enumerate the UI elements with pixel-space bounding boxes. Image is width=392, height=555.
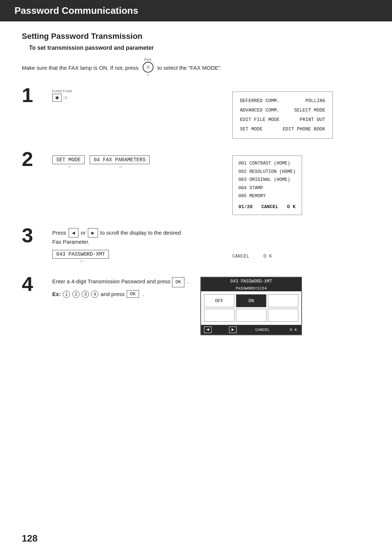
- panel-row-1-col2: POLLING: [305, 96, 325, 106]
- left-arrow-btn[interactable]: ◄: [69, 228, 79, 238]
- fax-button-icon: FAX ⓟ ☞: [143, 58, 154, 78]
- function-label: FUNCTION: [52, 89, 72, 93]
- step-3-text-2: or: [81, 230, 87, 236]
- panel-page: 01/20: [238, 203, 253, 211]
- page-title: Password Communications: [15, 5, 138, 16]
- step-2-right: 001 CONTRAST (HOME) 002 RESOLUTION (HOME…: [232, 152, 370, 215]
- intro-text-2: to select the "FAX MODE".: [158, 65, 222, 71]
- fax-circle-icon: ⓟ: [143, 62, 154, 73]
- ex-ok-btn[interactable]: OK: [127, 290, 139, 298]
- right-arrow-btn[interactable]: ►: [88, 228, 98, 238]
- ex-num-2: 2: [72, 291, 79, 298]
- step-4-right: 043 PASSWORD-XMT PASSWORD=1234 OFF ON ◄: [200, 277, 302, 335]
- panel-item-3: 003 ORIGINAL (HOME): [238, 176, 296, 184]
- page-wrapper: Password Communications Setting Password…: [0, 0, 392, 555]
- ex-and-press: and press: [101, 291, 124, 297]
- lcd-cancel[interactable]: CANCEL: [255, 328, 270, 332]
- panel-ok: O K: [287, 203, 295, 211]
- function-icon-row: ✱ ☞: [52, 94, 68, 102]
- step-2-number: 2: [22, 149, 44, 169]
- step-4-block: 4 Enter a 4-digit Transmission Password …: [22, 277, 370, 335]
- lcd-cell-3: [268, 294, 298, 307]
- step-2-row: SET MODE ☞ 04 FAX PARAMETERS ☞ 001 CONTR…: [52, 152, 370, 215]
- fax-params-hand: ☞: [119, 165, 123, 169]
- step-3-param-area: 043 PASSWORD-XMT ☞: [52, 250, 221, 264]
- step-1-left: FUNCTION ✱ ☞: [52, 88, 221, 139]
- step-1-right: DEFERRED COMM. POLLING ADVANCED COMM. SE…: [232, 88, 370, 139]
- panel-row-4: SET MODE EDIT PHONE BOOK: [240, 125, 325, 134]
- lcd-display: 043 PASSWORD-XMT PASSWORD=1234 OFF ON ◄: [200, 277, 302, 335]
- step3-cancel-ok: CANCEL O K: [232, 254, 370, 259]
- lcd-cell-on: ON: [236, 294, 266, 307]
- lcd-left-arrow[interactable]: ◄: [204, 327, 212, 333]
- fax-label: FAX: [144, 58, 152, 61]
- step-3-text-4: Fax Parameter.: [52, 239, 90, 245]
- panel-row-1-col1: DEFERRED COMM.: [240, 96, 279, 106]
- step-3-text-3: to scroll the display to the desired: [100, 230, 181, 236]
- ex-label: Ex:: [52, 291, 61, 297]
- param-button[interactable]: 043 PASSWORD-XMT: [52, 250, 109, 259]
- fax-cursor: ☞: [146, 73, 150, 78]
- set-mode-with-hand: SET MODE ☞: [52, 155, 87, 169]
- step1-display-panel: DEFERRED COMM. POLLING ADVANCED COMM. SE…: [232, 92, 333, 139]
- step-4-inner: Enter a 4-digit Transmission Password an…: [52, 277, 302, 335]
- set-mode-hand: ☞: [68, 165, 72, 169]
- panel-row-4-col1: SET MODE: [240, 125, 262, 134]
- panel-row-3-col1: EDIT FILE MODE: [240, 115, 279, 125]
- lcd-cell-off: OFF: [204, 294, 234, 307]
- panel-item-4: 004 STAMP: [238, 184, 296, 193]
- ex-line: Ex: 1 2 3 4 and press OK .: [52, 290, 189, 298]
- step-3-text-1: Press: [52, 230, 68, 236]
- step-2-left: SET MODE ☞ 04 FAX PARAMETERS ☞: [52, 152, 221, 215]
- step-3-right: CANCEL O K: [232, 228, 370, 264]
- panel-row-1: DEFERRED COMM. POLLING: [240, 96, 325, 106]
- step2-display-panel: 001 CONTRAST (HOME) 002 RESOLUTION (HOME…: [232, 155, 302, 215]
- step-3-number: 3: [22, 225, 44, 246]
- param-hand: ☞: [80, 259, 83, 264]
- step-3-row: Press ◄ or ► to scroll the display to th…: [52, 228, 370, 264]
- step-4-ok-btn[interactable]: OK: [172, 277, 184, 287]
- step3-ok: O K: [264, 254, 272, 259]
- lcd-cell-5: [236, 309, 266, 322]
- lcd-right-arrow[interactable]: ►: [229, 327, 237, 333]
- step-3-block: 3 Press ◄ or ► to scroll the display to …: [22, 228, 370, 264]
- panel-row-2: ADVANCED COMM. SELECT MODE: [240, 106, 325, 115]
- step-3-text: Press ◄ or ► to scroll the display to th…: [52, 228, 221, 246]
- param-btn-with-hand: 043 PASSWORD-XMT ☞: [52, 250, 111, 264]
- set-mode-button[interactable]: SET MODE: [52, 155, 85, 164]
- step-1-number: 1: [22, 85, 44, 105]
- panel-item-5: 005 MEMORY: [238, 192, 296, 200]
- lcd-grid: OFF ON: [201, 291, 301, 325]
- panel-row-3: EDIT FILE MODE PRINT OUT: [240, 115, 325, 125]
- step-1-block: 1 FUNCTION ✱ ☞ DEF: [22, 88, 370, 139]
- step-4-left: Enter a 4-digit Transmission Password an…: [52, 277, 189, 298]
- page-number: 128: [22, 533, 37, 544]
- ex-period: .: [143, 291, 144, 297]
- panel-row-3-col2: PRINT OUT: [300, 115, 325, 125]
- lcd-ok[interactable]: O K: [290, 328, 297, 332]
- step-4-text-dot: .: [187, 278, 189, 284]
- fax-params-button[interactable]: 04 FAX PARAMETERS: [90, 155, 150, 164]
- step-4-text: Enter a 4-digit Transmission Password an…: [52, 277, 189, 287]
- intro-text-1: Make sure that the FAX lamp is ON. If no…: [22, 65, 139, 71]
- intro-text: Make sure that the FAX lamp is ON. If no…: [22, 58, 370, 78]
- step-2-buttons: SET MODE ☞ 04 FAX PARAMETERS ☞: [52, 155, 221, 169]
- step-4-text-1: Enter a 4-digit Transmission Password an…: [52, 278, 172, 284]
- fax-params-with-hand: 04 FAX PARAMETERS ☞: [90, 155, 152, 169]
- ex-num-4: 4: [91, 291, 98, 298]
- step-2-block: 2 SET MODE ☞ 04 FAX PARAMETERS ☞: [22, 152, 370, 215]
- ex-num-3: 3: [82, 291, 89, 298]
- function-button-area: FUNCTION ✱ ☞: [52, 89, 221, 102]
- lcd-title: 043 PASSWORD-XMT: [201, 278, 301, 285]
- step-4-number: 4: [22, 274, 44, 294]
- panel-row-2-col1: ADVANCED COMM.: [240, 106, 279, 115]
- lcd-cell-6: [268, 309, 298, 322]
- panel-item-1: 001 CONTRAST (HOME): [238, 159, 296, 168]
- lcd-cell-4: [204, 309, 234, 322]
- panel-cancel: CANCEL: [261, 203, 278, 211]
- lcd-footer: ◄ ► CANCEL O K: [201, 325, 301, 335]
- content-area: Setting Password Transmission To set tra…: [0, 32, 392, 370]
- lcd-subtitle: PASSWORD=1234: [201, 285, 301, 291]
- step-3-left: Press ◄ or ► to scroll the display to th…: [52, 228, 221, 264]
- page-header: Password Communications: [0, 0, 392, 21]
